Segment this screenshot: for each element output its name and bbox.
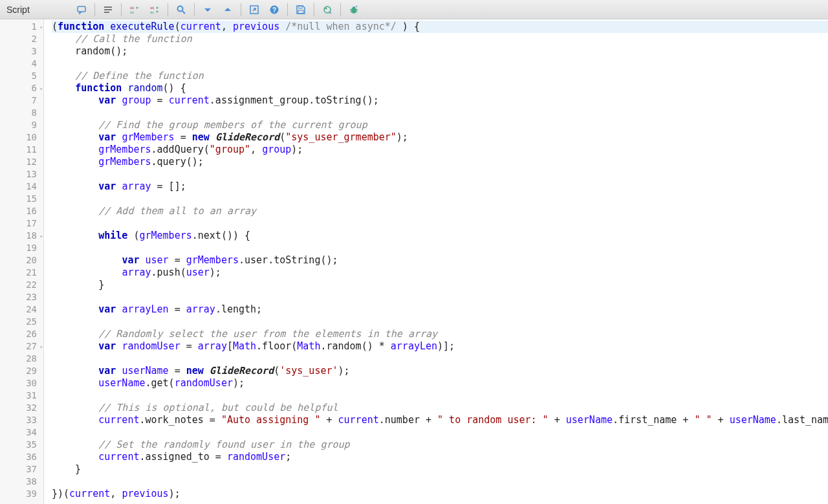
code-line[interactable] [52,193,828,205]
search-icon[interactable] [171,2,191,17]
svg-point-8 [177,6,182,11]
line-number[interactable]: 12 [0,156,43,168]
line-number[interactable]: 17 [0,217,43,230]
code-line[interactable] [52,353,828,365]
code-line[interactable] [52,291,828,303]
line-number[interactable]: 15 [0,193,43,205]
code-line[interactable]: grMembers.addQuery("group", group); [52,144,828,156]
code-line[interactable]: // Find the group members of the current… [52,119,828,131]
line-number[interactable]: 10 [0,131,43,144]
line-number[interactable]: 29 [0,365,43,377]
line-number[interactable]: 38 [0,476,43,488]
code-editor[interactable]: 1234567891011121314151617181920212223242… [0,19,828,504]
code-line[interactable]: var arrayLen = array.length; [52,303,828,316]
line-number[interactable]: 33 [0,414,43,426]
line-number[interactable]: 30 [0,377,43,389]
code-line[interactable]: } [52,279,828,291]
scroll-up-icon[interactable] [218,2,237,17]
code-line[interactable] [52,58,828,70]
divider [287,3,288,16]
line-number[interactable]: 24 [0,303,43,316]
line-number[interactable]: 34 [0,426,43,439]
popout-icon[interactable] [245,2,264,17]
code-line[interactable]: current.assigned_to = randomUser; [52,451,828,463]
line-number[interactable]: 20 [0,254,43,267]
line-number[interactable]: 11 [0,144,43,156]
line-number[interactable]: 13 [0,168,43,181]
code-line[interactable]: array.push(user); [52,267,828,279]
divider [168,3,168,16]
line-number[interactable]: 22 [0,279,43,291]
code-line[interactable]: function random() { [52,82,828,94]
code-line[interactable] [52,242,828,254]
format-code-icon[interactable] [98,2,118,17]
line-number[interactable]: 14 [0,181,43,193]
line-number[interactable]: 37 [0,463,43,476]
divider [241,3,241,16]
line-number[interactable]: 28 [0,353,43,365]
toggle-icon[interactable] [318,2,337,17]
line-number[interactable]: 21 [0,267,43,279]
comment-icon[interactable] [72,2,91,17]
divider [314,3,314,16]
code-line[interactable]: grMembers.query(); [52,156,828,168]
code-line[interactable] [52,476,828,488]
replace-all-icon[interactable]: abac [145,2,164,17]
line-number[interactable]: 16 [0,205,43,217]
code-line[interactable]: // Randomly select the user from the ele… [52,328,828,340]
replace-icon[interactable]: abac [125,2,144,17]
line-number-gutter[interactable]: 1234567891011121314151617181920212223242… [0,19,44,504]
line-number[interactable]: 1 [0,21,43,33]
code-line[interactable]: // Define the function [52,70,828,82]
code-line[interactable]: random(); [52,45,828,58]
code-line[interactable]: var group = current.assignment_group.toS… [52,94,828,107]
line-number[interactable]: 23 [0,291,43,303]
line-number[interactable]: 6 [0,82,43,94]
line-number[interactable]: 32 [0,402,43,414]
line-number[interactable]: 2 [0,33,43,45]
svg-text:ab: ab [150,6,155,10]
code-line[interactable]: })(current, previous); [52,488,828,500]
code-line[interactable]: var grMembers = new GlideRecord("sys_use… [52,131,828,144]
line-number[interactable]: 3 [0,45,43,58]
code-line[interactable] [52,168,828,181]
code-line[interactable]: } [52,463,828,476]
scroll-down-icon[interactable] [198,2,217,17]
line-number[interactable]: 18 [0,230,43,242]
code-line[interactable] [52,107,828,119]
debug-icon[interactable] [344,2,364,17]
line-number[interactable]: 39 [0,488,43,500]
line-number[interactable]: 9 [0,119,43,131]
code-line[interactable] [52,389,828,402]
line-number[interactable]: 27 [0,340,43,353]
line-number[interactable]: 19 [0,242,43,254]
code-line[interactable] [52,316,828,328]
code-area[interactable]: (function executeRule(current, previous … [44,19,828,504]
code-line[interactable]: while (grMembers.next()) { [52,230,828,242]
help-icon[interactable]: ? [265,2,284,17]
code-line[interactable]: var randomUser = array[Math.floor(Math.r… [52,340,828,353]
code-line[interactable]: // Set the randomly found user in the gr… [52,439,828,451]
line-number[interactable]: 7 [0,94,43,107]
line-number[interactable]: 25 [0,316,43,328]
code-line[interactable]: var array = []; [52,181,828,193]
line-number[interactable]: 36 [0,451,43,463]
save-icon[interactable] [291,2,310,17]
line-number[interactable]: 8 [0,107,43,119]
code-line[interactable] [52,217,828,230]
code-line[interactable] [52,426,828,439]
svg-rect-0 [78,6,85,12]
code-line[interactable]: // Add them all to an array [52,205,828,217]
code-line[interactable]: var user = grMembers.user.toString(); [52,254,828,267]
line-number[interactable]: 31 [0,389,43,402]
line-number[interactable]: 4 [0,58,43,70]
line-number[interactable]: 35 [0,439,43,451]
line-number[interactable]: 26 [0,328,43,340]
line-number[interactable]: 5 [0,70,43,82]
code-line[interactable]: (function executeRule(current, previous … [52,21,828,33]
code-line[interactable]: // Call the function [52,33,828,45]
code-line[interactable]: var userName = new GlideRecord('sys_user… [52,365,828,377]
code-line[interactable]: // This is optional, but could be helpfu… [52,402,828,414]
code-line[interactable]: userName.get(randomUser); [52,377,828,389]
code-line[interactable]: current.work_notes = "Auto assigning " +… [52,414,828,426]
